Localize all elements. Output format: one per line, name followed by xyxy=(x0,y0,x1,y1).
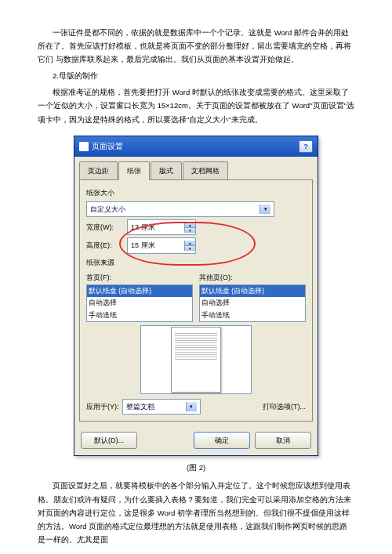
dialog-icon xyxy=(79,142,89,151)
figure-2: 页面设置 ? 页边距 纸张 版式 文档网格 纸张大小 自定义大小▾ 宽度(W xyxy=(38,136,354,457)
paragraph-2: 根据准考证的规格，首先要把打开 Word 时默认的纸张改变成需要的格式。这里采取… xyxy=(38,85,354,125)
tab-grid[interactable]: 文档网格 xyxy=(183,161,228,180)
spin-up-icon[interactable]: ▴ xyxy=(185,241,195,246)
help-button[interactable]: ? xyxy=(299,140,313,153)
figure-caption: (图 2) xyxy=(38,461,354,474)
dialog-titlebar: 页面设置 ? xyxy=(74,136,318,157)
subheading: 2.母版的制作 xyxy=(38,69,354,82)
tab-body: 纸张大小 自定义大小▾ 宽度(W): 12 厘米 ▴▾ 高度(E): xyxy=(79,179,313,422)
chevron-down-icon: ▾ xyxy=(260,205,270,214)
paragraph-1: 一张证件是都不同的，依据的就是数据库中一个个记录。这就是 Word 邮件合并的用… xyxy=(38,26,354,66)
tab-layout[interactable]: 版式 xyxy=(151,161,182,180)
default-button[interactable]: 默认(D)... xyxy=(81,432,137,449)
width-label: 宽度(W): xyxy=(86,221,124,234)
dialog-title: 页面设置 xyxy=(92,139,123,154)
paper-size-label: 纸张大小 xyxy=(86,186,306,199)
paper-size-dropdown[interactable]: 自定义大小▾ xyxy=(86,201,274,217)
paragraph-3: 页面设置好之后，就要将模板中的各个部分输入并定位了。这个时候您应该想到使用表格。… xyxy=(38,479,354,545)
tab-strip: 页边距 纸张 版式 文档网格 xyxy=(74,157,318,180)
print-options-link[interactable]: 打印选项(T)... xyxy=(263,400,306,413)
first-page-label: 首页(F): xyxy=(86,271,193,284)
apply-to-dropdown[interactable]: 整篇文档▾ xyxy=(122,399,201,415)
preview-page-icon xyxy=(171,327,221,393)
ok-button[interactable]: 确定 xyxy=(194,432,250,449)
other-pages-list[interactable]: 默认纸盒 (自动选择) 自动选择 手动送纸 xyxy=(199,284,306,322)
tab-margins[interactable]: 页边距 xyxy=(79,161,118,180)
other-pages-label: 其他页(O): xyxy=(199,271,306,284)
cancel-button[interactable]: 取消 xyxy=(255,432,311,449)
paper-source-label: 纸张来源 xyxy=(86,256,306,269)
spin-down-icon[interactable]: ▾ xyxy=(185,228,195,233)
height-label: 高度(E): xyxy=(86,239,124,252)
preview-pane xyxy=(140,325,252,394)
spin-down-icon[interactable]: ▾ xyxy=(185,246,195,251)
width-spinner[interactable]: 12 厘米 ▴▾ xyxy=(127,219,196,235)
page-setup-dialog: 页面设置 ? 页边距 纸张 版式 文档网格 纸张大小 自定义大小▾ 宽度(W xyxy=(74,136,318,457)
first-page-list[interactable]: 默认纸盒 (自动选择) 自动选择 手动送纸 xyxy=(86,284,193,322)
height-spinner[interactable]: 15 厘米 ▴▾ xyxy=(127,237,196,253)
spin-up-icon[interactable]: ▴ xyxy=(185,223,195,228)
chevron-down-icon: ▾ xyxy=(186,402,197,411)
tab-paper[interactable]: 纸张 xyxy=(118,161,150,180)
apply-to-label: 应用于(Y): xyxy=(86,400,119,413)
